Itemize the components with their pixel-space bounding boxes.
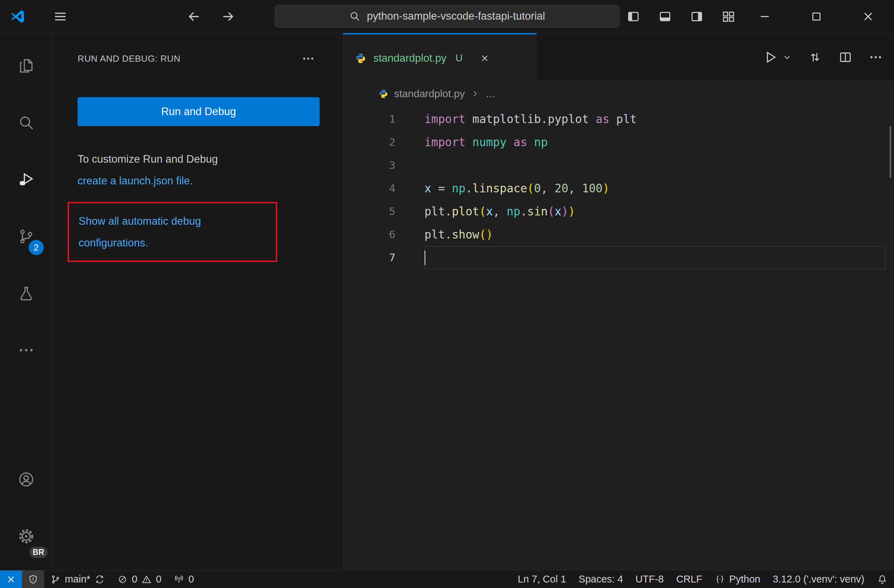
code-line[interactable]: 6plt.show() [343,223,894,246]
close-tab-icon[interactable] [479,53,490,64]
vscode-logo-icon [11,9,25,24]
git-branch-item[interactable]: main* [44,570,111,588]
line-content: import matplotlib.pyplot as plt [424,107,886,131]
layout-controls [626,9,736,24]
run-dropdown-chevron-icon[interactable] [782,53,792,62]
editor-actions [763,33,883,81]
encoding-item[interactable]: UTF-8 [629,570,670,588]
language-name: Python [729,573,760,585]
code-editor[interactable]: 1import matplotlib.pyplot as plt2import … [343,106,894,570]
run-and-debug-button[interactable]: Run and Debug [78,97,320,126]
vscode-window: python-sample-vscode-fastapi-tutorial [0,0,894,588]
window-controls [739,0,894,33]
scrollbar-thumb[interactable] [889,126,891,178]
line-content [424,154,886,177]
customize-layout-icon[interactable] [721,9,736,24]
tab-standardplot[interactable]: standardplot.py U [343,33,537,82]
workspace-trust-shield-icon[interactable] [22,570,44,588]
run-and-debug-icon[interactable] [0,151,52,208]
run-python-file-icon[interactable] [763,50,778,65]
toggle-panel-icon[interactable] [657,9,673,24]
warnings-icon [141,574,152,585]
ports-item[interactable]: 0 [168,570,200,588]
show-all-configs-link[interactable]: Show all automatic debug configurations. [79,215,201,249]
errors-count: 0 [132,573,137,585]
code-line[interactable]: 7 [343,246,894,269]
annotation-red-box: Show all automatic debug configurations. [68,202,277,262]
radio-tower-icon [174,574,184,585]
line-content [424,246,886,269]
code-line[interactable]: 5plt.plot(x, np.sin(x)) [343,200,894,223]
python-interpreter-item[interactable]: 3.12.0 ('.venv': venv) [766,570,871,588]
line-number: 3 [343,154,396,177]
command-center-text: python-sample-vscode-fastapi-tutorial [367,10,545,23]
accounts-icon[interactable] [0,451,52,508]
breadcrumb-file[interactable]: standardplot.py [394,88,465,100]
line-number: 1 [343,107,396,131]
create-launch-json-link[interactable]: create a launch.json file. [78,175,193,187]
minimize-button[interactable] [739,0,791,33]
maximize-button[interactable] [791,0,842,33]
additional-views-icon[interactable] [0,321,52,378]
braces-icon [715,574,725,585]
explorer-icon[interactable] [0,37,52,94]
breadcrumb-more[interactable]: … [485,88,496,100]
breadcrumb[interactable]: standardplot.py … [343,81,894,106]
eol-item[interactable]: CRLF [670,570,708,588]
back-arrow-icon[interactable] [186,9,202,24]
open-changes-icon[interactable] [808,50,822,65]
line-content: plt.show() [424,223,886,246]
source-control-icon[interactable]: 2 [0,208,52,265]
code-lines: 1import matplotlib.pyplot as plt2import … [343,107,894,269]
panel-header: RUN AND DEBUG: RUN [53,33,343,84]
activity-bar: 2 BR [0,33,53,570]
ports-count: 0 [188,573,194,585]
branch-icon [50,574,61,585]
code-line[interactable]: 2import numpy as np [343,131,894,154]
toggle-primary-sidebar-icon[interactable] [626,9,641,24]
menu-icon[interactable] [53,9,68,24]
line-content: x = np.linspace(0, 20, 100) [424,177,886,200]
command-center-search[interactable]: python-sample-vscode-fastapi-tutorial [275,5,619,27]
git-untracked-badge: U [455,53,463,64]
panel-title: RUN AND DEBUG: RUN [78,53,180,64]
customize-hint: To customize Run and Debug create a laun… [78,148,343,191]
errors-icon [117,574,128,585]
cursor-position-item[interactable]: Ln 7, Col 1 [512,570,572,588]
toggle-secondary-sidebar-icon[interactable] [689,9,704,24]
code-line[interactable]: 3 [343,154,894,177]
title-bar: python-sample-vscode-fastapi-tutorial [0,0,894,33]
views-and-more-actions-icon[interactable] [301,52,315,65]
language-mode-item[interactable]: Python [708,570,766,588]
line-content: import numpy as np [424,131,886,154]
breadcrumb-chevron-icon [470,89,480,99]
problems-item[interactable]: 0 0 [111,570,168,588]
forward-arrow-icon[interactable] [220,9,236,24]
status-bar: main* 0 0 0 Ln 7, Col 1 Spaces: 4 UTF-8 [0,570,894,588]
text-cursor [424,250,426,265]
search-icon [349,11,361,22]
python-file-icon [355,53,367,64]
remote-indicator-button[interactable] [0,570,22,588]
settings-gear-icon[interactable]: BR [0,508,52,565]
scm-badge: 2 [29,240,44,255]
line-number: 7 [343,246,396,269]
editor-group: standardplot.py U [343,33,894,570]
line-number: 4 [343,177,396,200]
close-button[interactable] [842,0,894,33]
status-bar-right: Ln 7, Col 1 Spaces: 4 UTF-8 CRLF Python … [512,570,894,588]
search-sidebar-icon[interactable] [0,94,52,151]
code-line[interactable]: 1import matplotlib.pyplot as plt [343,107,894,131]
customize-text: To customize Run and Debug [78,153,218,165]
indentation-item[interactable]: Spaces: 4 [572,570,629,588]
line-number: 2 [343,131,396,154]
line-content: plt.plot(x, np.sin(x)) [424,200,886,223]
branch-name: main* [65,573,90,585]
notifications-bell-icon[interactable] [871,570,894,588]
run-and-debug-panel: RUN AND DEBUG: RUN Run and Debug To cust… [53,33,343,570]
code-line[interactable]: 4x = np.linspace(0, 20, 100) [343,177,894,200]
more-actions-icon[interactable] [868,50,883,65]
split-editor-icon[interactable] [838,50,853,65]
testing-icon[interactable] [0,265,52,321]
profile-initials-badge: BR [28,546,48,559]
